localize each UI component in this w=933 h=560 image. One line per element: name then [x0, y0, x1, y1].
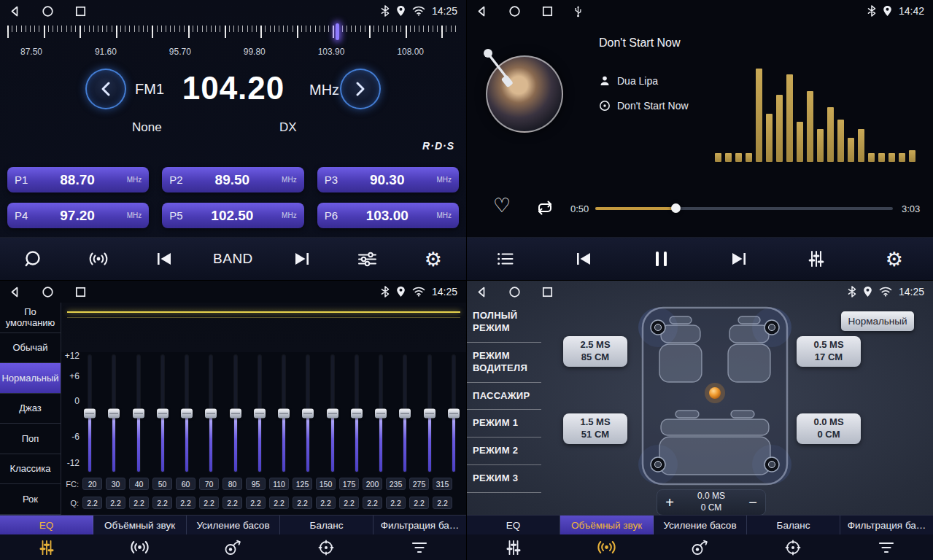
sound-preset-button[interactable]: Нормальный	[841, 311, 914, 331]
previous-track-icon[interactable]	[567, 242, 600, 276]
bass-boost-icon[interactable]	[187, 534, 280, 560]
slider-handle[interactable]	[205, 409, 217, 419]
crossover-filter-icon[interactable]	[840, 534, 933, 560]
favorite-icon[interactable]: ♡	[493, 195, 511, 215]
decrease-delay-button[interactable]: −	[740, 490, 765, 515]
slider-handle[interactable]	[254, 409, 266, 419]
tab-crossover-filter[interactable]: Фильтрация ба…	[373, 516, 466, 534]
tab-balance[interactable]: Баланс	[747, 516, 840, 534]
slider-handle[interactable]	[302, 409, 314, 419]
balance-icon[interactable]	[279, 534, 373, 560]
surround-mode-5[interactable]: РЕЖИМ 3	[467, 465, 541, 493]
playlist-icon[interactable]	[489, 242, 522, 276]
preset-button-p3[interactable]: P390.30MHz	[317, 167, 459, 192]
eq-band-slider[interactable]	[374, 355, 387, 472]
slider-handle[interactable]	[230, 409, 241, 419]
back-icon[interactable]	[9, 5, 21, 18]
surround-mode-4[interactable]: РЕЖИМ 2	[467, 438, 541, 465]
slider-handle[interactable]	[108, 409, 120, 419]
eq-band-slider[interactable]	[132, 355, 145, 472]
band-button[interactable]: BAND	[213, 242, 253, 276]
surround-sound-icon[interactable]	[560, 534, 654, 560]
preset-button-p6[interactable]: P6103.00MHz	[317, 203, 459, 228]
slider-handle[interactable]	[327, 409, 338, 419]
back-icon[interactable]	[9, 286, 21, 298]
eq-band-slider[interactable]	[398, 355, 411, 472]
scan-search-icon[interactable]	[16, 242, 50, 276]
slider-handle[interactable]	[399, 409, 411, 419]
tab-bass-boost[interactable]: Усиление басов	[187, 516, 280, 534]
slider-handle[interactable]	[278, 409, 290, 419]
eq-preset-option-3[interactable]: Джаз	[0, 394, 61, 424]
pause-icon[interactable]	[644, 242, 678, 276]
eq-sliders-icon[interactable]	[0, 534, 93, 560]
eq-band-slider[interactable]	[229, 355, 242, 472]
slider-handle[interactable]	[84, 409, 96, 419]
slider-handle[interactable]	[133, 409, 144, 419]
recents-icon[interactable]	[541, 5, 554, 18]
home-icon[interactable]	[42, 5, 54, 18]
eq-band-slider[interactable]	[83, 355, 96, 472]
eq-preset-option-4[interactable]: Поп	[0, 424, 61, 454]
settings-gear-icon[interactable]: ⚙	[878, 242, 911, 276]
eq-band-slider[interactable]	[326, 355, 339, 472]
broadcast-icon[interactable]	[82, 242, 115, 276]
back-icon[interactable]	[476, 5, 488, 18]
preset-button-p1[interactable]: P188.70MHz	[7, 167, 149, 192]
tab-surround-sound[interactable]: Объёмный звук	[93, 516, 187, 534]
next-track-icon[interactable]	[722, 242, 756, 276]
recents-icon[interactable]	[74, 286, 87, 298]
tab-surround-sound[interactable]: Объёмный звук	[560, 516, 654, 534]
seek-up-button[interactable]	[340, 69, 381, 109]
eq-band-slider[interactable]	[156, 355, 169, 472]
surround-sound-icon[interactable]	[93, 534, 187, 560]
eq-band-slider[interactable]	[204, 355, 217, 472]
tab-eq-sliders[interactable]: EQ	[467, 516, 560, 534]
crossover-filter-icon[interactable]	[373, 534, 466, 560]
slider-handle[interactable]	[424, 409, 435, 419]
slider-handle[interactable]	[181, 409, 193, 419]
eq-preset-option-6[interactable]: Рок	[0, 484, 61, 515]
balance-icon[interactable]	[746, 534, 840, 560]
previous-station-icon[interactable]	[147, 242, 181, 276]
home-icon[interactable]	[508, 286, 521, 298]
eq-band-slider[interactable]	[253, 355, 266, 472]
slider-handle[interactable]	[375, 409, 387, 419]
bass-boost-icon[interactable]	[654, 534, 747, 560]
tab-bass-boost[interactable]: Усиление басов	[654, 516, 747, 534]
equalizer-icon[interactable]	[800, 242, 833, 276]
repeat-icon[interactable]	[534, 199, 556, 219]
seek-knob[interactable]	[671, 203, 681, 213]
eq-band-slider[interactable]	[447, 355, 460, 472]
eq-band-slider[interactable]	[277, 355, 290, 472]
eq-band-slider[interactable]	[423, 355, 436, 472]
eq-preset-option-0[interactable]: По умолчанию	[0, 303, 61, 333]
home-icon[interactable]	[42, 286, 54, 298]
tab-balance[interactable]: Баланс	[280, 516, 373, 534]
eq-preset-option-1[interactable]: Обычай	[0, 333, 61, 364]
back-icon[interactable]	[476, 286, 488, 298]
preset-button-p4[interactable]: P497.20MHz	[7, 203, 149, 228]
eq-sliders-icon[interactable]	[467, 534, 560, 560]
recents-icon[interactable]	[541, 286, 554, 298]
settings-gear-icon[interactable]: ⚙	[417, 242, 450, 276]
next-station-icon[interactable]	[285, 242, 319, 276]
surround-mode-0[interactable]: ПОЛНЫЙ РЕЖИМ	[467, 303, 541, 343]
eq-band-slider[interactable]	[350, 355, 363, 472]
slider-handle[interactable]	[157, 409, 169, 419]
preset-button-p5[interactable]: P5102.50MHz	[162, 203, 303, 228]
eq-band-slider[interactable]	[301, 355, 314, 472]
eq-preset-option-2[interactable]: Нормальный	[0, 363, 61, 394]
eq-preset-option-5[interactable]: Классика	[0, 454, 61, 485]
surround-mode-1[interactable]: РЕЖИМ ВОДИТЕЛЯ	[467, 343, 541, 383]
surround-mode-2[interactable]: ПАССАЖИР	[467, 383, 541, 411]
slider-handle[interactable]	[351, 409, 363, 419]
slider-handle[interactable]	[448, 409, 460, 419]
seek-slider[interactable]	[595, 207, 893, 210]
tab-crossover-filter[interactable]: Фильтрация ба…	[840, 516, 933, 534]
surround-mode-3[interactable]: РЕЖИМ 1	[467, 410, 541, 438]
tab-eq-sliders[interactable]: EQ	[0, 516, 93, 534]
recents-icon[interactable]	[74, 5, 87, 18]
increase-delay-button[interactable]: +	[657, 490, 682, 515]
eq-band-slider[interactable]	[180, 355, 193, 472]
